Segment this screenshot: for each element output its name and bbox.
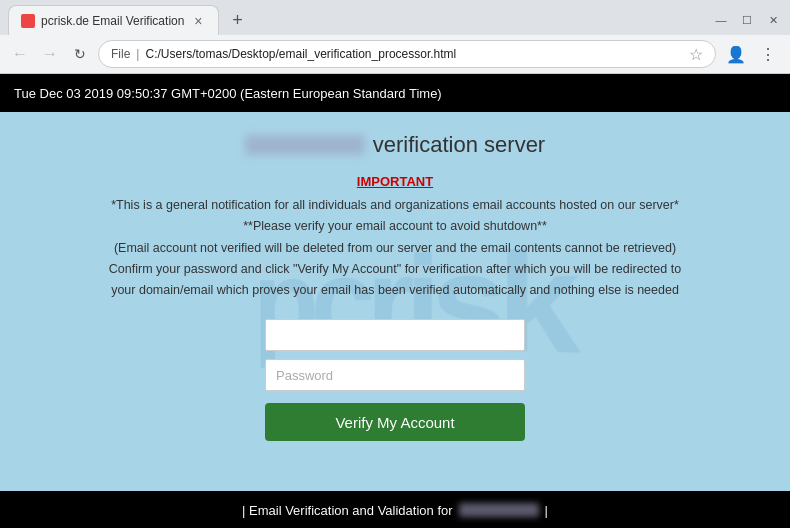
page-content: pcrisk verification server IMPORTANT *Th… [0,112,790,491]
browser-tab[interactable]: pcrisk.de Email Verification × [8,5,219,35]
info-bar: Tue Dec 03 2019 09:50:37 GMT+0200 (Easte… [0,74,790,112]
bookmark-star-icon[interactable]: ☆ [689,45,703,64]
minimize-button[interactable]: — [712,12,730,28]
email-input[interactable] [265,319,525,351]
reload-button[interactable]: ↻ [68,42,92,66]
address-bar[interactable]: File | C:/Users/tomas/Desktop/email_veri… [98,40,716,68]
address-protocol: File [111,47,130,61]
account-icon[interactable]: 👤 [722,40,750,68]
footer-blurred-domain [459,503,539,517]
new-tab-button[interactable]: + [223,6,251,34]
tab-title: pcrisk.de Email Verification [41,14,184,28]
blurred-domain [245,135,365,155]
notice-line-3: (Email account not verified will be dele… [114,241,676,255]
menu-icon[interactable]: ⋮ [754,40,782,68]
back-button[interactable]: ← [8,42,32,66]
maximize-button[interactable]: ☐ [738,12,756,28]
footer-text-prefix: | Email Verification and Validation for [242,503,453,518]
verify-my-account-button[interactable]: Verify My Account [265,403,525,441]
tab-favicon [21,14,35,28]
notice-line-5: your domain/email which proves your emai… [111,283,679,297]
password-input[interactable] [265,359,525,391]
notice-text: *This is a general notification for all … [109,195,681,301]
verification-form: Verify My Account [265,319,525,441]
tab-close-button[interactable]: × [190,13,206,29]
address-url: C:/Users/tomas/Desktop/email_verificatio… [145,47,683,61]
server-title: verification server [245,132,545,158]
forward-button[interactable]: → [38,42,62,66]
server-label: verification server [373,132,545,158]
footer-bar: | Email Verification and Validation for … [0,491,790,528]
notice-line-2: **Please verify your email account to av… [243,219,547,233]
close-window-button[interactable]: ✕ [764,12,782,28]
important-label: IMPORTANT [357,174,433,189]
notice-line-1: *This is a general notification for all … [111,198,679,212]
footer-text-suffix: | [545,503,548,518]
notice-line-4: Confirm your password and click "Verify … [109,262,681,276]
info-bar-text: Tue Dec 03 2019 09:50:37 GMT+0200 (Easte… [14,86,442,101]
